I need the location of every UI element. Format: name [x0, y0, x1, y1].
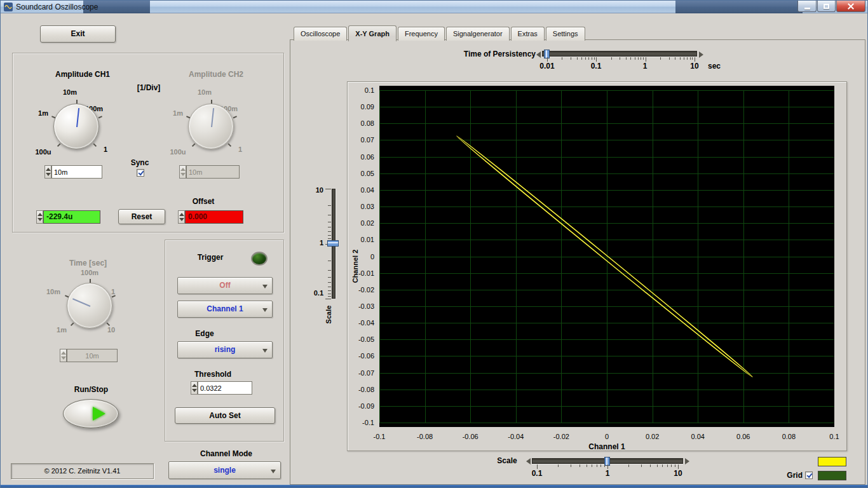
amplitude-ch2-value-input [186, 165, 240, 179]
tab-frequency[interactable]: Frequency [398, 27, 445, 41]
run-stop-button[interactable] [63, 399, 119, 428]
sync-checkbox[interactable] [137, 169, 144, 177]
knob-tick-mark [71, 322, 74, 326]
chevron-down-icon [262, 349, 268, 355]
knob-tick-mark [51, 116, 55, 118]
trigger-edge-dropdown[interactable]: rising [177, 341, 273, 358]
offset-ch1-spinner[interactable] [36, 210, 43, 224]
close-icon [848, 3, 854, 10]
play-icon [93, 407, 105, 421]
knob-pointer [211, 108, 214, 127]
knob-tick-label: 1 [97, 146, 114, 154]
knob-pointer [76, 108, 79, 127]
knob-tick-mark [233, 116, 237, 118]
knob-tick-label: 1 [231, 146, 249, 154]
knob-tick-mark [90, 279, 91, 283]
time-knob-unit: 100m 10m 1 1m 10 [39, 268, 140, 350]
channel-mode-value: single [169, 462, 280, 478]
spinner-up-icon[interactable] [192, 384, 197, 387]
time-value-input [67, 349, 118, 362]
titlebar[interactable]: Soundcard Oszilloscope [1, 1, 868, 13]
spinner-down-icon[interactable] [179, 218, 184, 221]
run-stop-label: Run/Stop [64, 385, 118, 394]
close-button[interactable] [836, 1, 865, 12]
knob-tick-mark [76, 100, 78, 104]
trigger-group: Trigger Off Channel 1 Edge rising Thresh… [165, 240, 284, 442]
trigger-source-dropdown[interactable]: Channel 1 [177, 301, 273, 318]
trigger-led-indicator [251, 252, 268, 266]
knob-tick-mark [112, 295, 116, 297]
threshold-spinner[interactable] [191, 381, 198, 395]
tab-extras[interactable]: Extras [511, 27, 545, 41]
trigger-mode-dropdown[interactable]: Off [177, 277, 273, 294]
spinner-up-icon[interactable] [46, 168, 51, 171]
auto-set-button[interactable]: Auto Set [175, 407, 275, 424]
copyright-label: © 2012 C. Zeitnitz V1.41 [11, 463, 154, 479]
spinner-up-icon [61, 351, 66, 355]
knob-tick-mark [57, 143, 61, 147]
knob-pointer [72, 298, 90, 307]
tab-settings[interactable]: Settings [546, 27, 585, 41]
knob-tick-label: 1m [53, 326, 71, 334]
amplitude-ch1-knob[interactable] [53, 104, 99, 149]
chevron-down-icon [262, 285, 268, 291]
knob-tick-label: 10m [32, 288, 60, 296]
taskbar-strip [1, 485, 868, 488]
offset-ch2-display: 0.000 [185, 210, 243, 224]
tab-xy-graph[interactable]: X-Y Graph [348, 25, 397, 41]
offset-ch1-display: -229.4u [43, 210, 100, 224]
amplitude-ch1-title: Amplitude CH1 [38, 70, 127, 79]
amplitude-ch1-knob-unit: 10m 100m 1m 100u 1 [25, 88, 127, 171]
exit-button[interactable]: Exit [40, 25, 116, 43]
channel-mode-dropdown[interactable]: single [168, 461, 281, 479]
maximize-icon [824, 4, 829, 9]
time-title: Time [sec] [61, 259, 115, 268]
app-icon [4, 3, 13, 11]
knob-tick-mark [192, 143, 196, 147]
knob-tick-mark [98, 116, 102, 118]
minimize-icon [804, 8, 810, 10]
trigger-mode-value: Off [178, 278, 272, 294]
knob-tick-label: 10m [57, 88, 83, 97]
knob-tick-mark [227, 143, 231, 147]
time-knob [67, 283, 112, 329]
trigger-title: Trigger [188, 253, 233, 262]
knob-tick-label: 1m [156, 109, 183, 118]
amplitude-ch1-value-input[interactable] [51, 165, 102, 179]
channel-mode-title: Channel Mode [191, 449, 261, 458]
maximize-button[interactable] [817, 1, 836, 12]
amplitude-ch1-spinner[interactable] [44, 165, 51, 179]
spinner-up-icon[interactable] [179, 213, 184, 216]
knob-tick-label: 10 [102, 326, 120, 334]
spinner-up-icon [180, 168, 186, 171]
knob-tick-label: 10m [192, 88, 217, 97]
tab-oscilloscope[interactable]: Oscilloscope [294, 27, 347, 41]
spinner-down-icon[interactable] [192, 389, 197, 392]
spinner-down-icon[interactable] [37, 218, 43, 221]
amplitude-group: Amplitude CH1 [1/Div] Amplitude CH2 10m … [12, 53, 284, 233]
edge-title: Edge [186, 329, 224, 338]
amplitude-ch2-knob-unit: 10m 100m 1m 100u 1 [160, 88, 262, 171]
knob-tick-label: 1m [22, 109, 48, 118]
offset-reset-button[interactable]: Reset [118, 209, 165, 224]
spinner-down-icon[interactable] [46, 173, 51, 176]
app-window: Soundcard Oszilloscope Exit Amplitude CH… [0, 0, 868, 488]
knob-tick-mark [93, 143, 97, 147]
amplitude-ch2-title: Amplitude CH2 [172, 70, 261, 79]
sync-label: Sync [126, 158, 154, 167]
tab-signalgenerator[interactable]: Signalgenerator [446, 27, 510, 41]
trigger-source-value: Channel 1 [178, 301, 272, 317]
minimize-button[interactable] [797, 1, 817, 12]
threshold-input[interactable] [198, 381, 252, 395]
offset-title: Offset [179, 197, 227, 206]
chevron-down-icon [271, 470, 276, 476]
knob-tick-mark [65, 295, 69, 297]
spinner-down-icon [61, 356, 66, 360]
background-window-fragment [675, 1, 803, 13]
time-spinner [60, 349, 67, 362]
offset-ch2-spinner[interactable] [178, 210, 185, 224]
tab-strip: Oscilloscope X-Y Graph Frequency Signalg… [294, 25, 587, 41]
window-title: Soundcard Oszilloscope [16, 3, 98, 11]
knob-tick-label: 100m [76, 269, 104, 277]
spinner-up-icon[interactable] [37, 213, 43, 216]
